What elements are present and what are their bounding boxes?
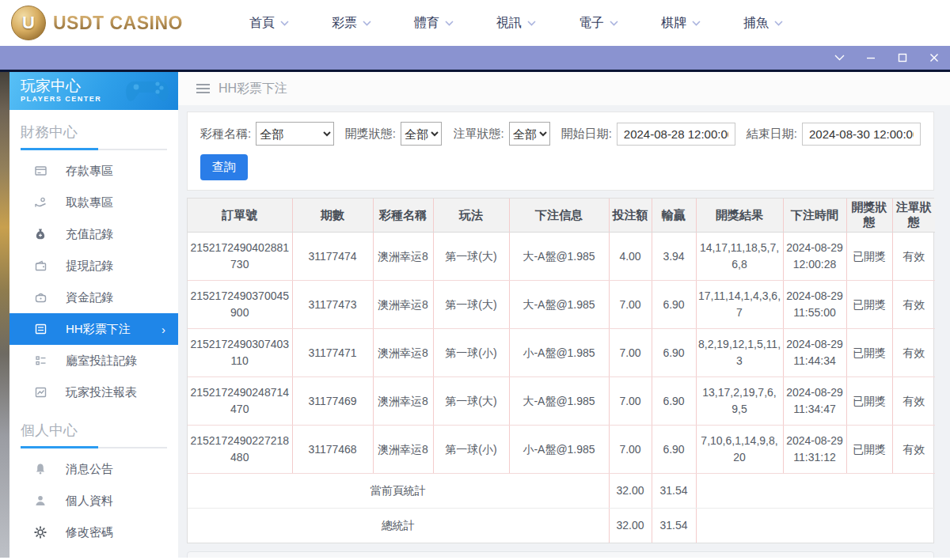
summary-row-current-page: 當前頁統計 32.00 31.54 <box>188 474 935 509</box>
window-maximize-button[interactable] <box>887 46 918 70</box>
sidebar-item-label: 存款專區 <box>66 164 113 179</box>
minimize-icon <box>866 53 876 62</box>
sidebar-item-label: 提現記錄 <box>66 259 113 274</box>
col-draw-result: 開獎結果 <box>696 199 783 233</box>
checklist-icon <box>33 354 48 367</box>
sidebar-item-change-password[interactable]: 修改密碼 <box>10 516 178 548</box>
cell-win-loss: 3.94 <box>652 233 696 281</box>
sidebar-header: 玩家中心 PLAYERS CENTER <box>10 72 178 110</box>
cell-win-loss: 6.90 <box>652 377 696 426</box>
nav-item-board-games[interactable]: 棋牌 <box>640 15 722 32</box>
sidebar-item-profile[interactable]: 個人資料 <box>10 485 178 516</box>
filter-panel: 彩種名稱: 全部 開獎狀態: 全部 注單狀態: 全部 開始日期: 結束日期: 查… <box>187 112 934 191</box>
table-row: 2152172490227218480 31177468 澳洲幸运8 第一球(小… <box>188 426 935 474</box>
site-header: U USDT CASINO 首頁 彩票 體育 視訊 電子 棋牌 捕魚 <box>0 0 950 46</box>
chevron-down-icon <box>774 21 783 26</box>
nav-item-label: 視訊 <box>496 15 522 32</box>
nav-item-slots[interactable]: 電子 <box>557 15 640 32</box>
sidebar: 玩家中心 PLAYERS CENTER 財務中心 存款專區 取款專區 <box>10 72 178 558</box>
nav-item-sports[interactable]: 體育 <box>393 15 475 32</box>
lottery-name-select[interactable]: 全部 <box>256 122 334 146</box>
sidebar-item-withdrawal-records[interactable]: 提現記錄 <box>10 250 178 282</box>
cell-play-type: 第一球(小) <box>433 329 509 377</box>
cell-order-status: 有效 <box>892 281 935 329</box>
cell-bet-info: 小-A盤@1.985 <box>509 329 609 377</box>
table-row: 2152172490402881730 31177474 澳洲幸运8 第一球(大… <box>188 233 935 281</box>
sidebar-item-label: 消息公告 <box>66 462 113 477</box>
sidebar-item-label: 取款專區 <box>66 195 113 210</box>
brand-logo[interactable]: U USDT CASINO <box>0 6 198 40</box>
cell-bet-amount: 7.00 <box>609 329 652 377</box>
summary-label: 當前頁統計 <box>188 474 609 509</box>
cell-lottery-name: 澳洲幸运8 <box>373 281 433 329</box>
cell-bet-info: 大-A盤@1.985 <box>509 281 609 329</box>
summary-win-total: 31.54 <box>652 474 696 509</box>
summary-row-grand-total: 總統計 32.00 31.54 <box>188 509 935 543</box>
cell-period: 31177474 <box>292 233 373 281</box>
nav-item-home[interactable]: 首頁 <box>228 15 310 32</box>
summary-empty <box>696 509 935 543</box>
window-dropdown-button[interactable] <box>823 46 855 70</box>
cell-order-status: 有效 <box>892 377 935 426</box>
chevron-down-icon <box>610 21 618 26</box>
window-close-button[interactable] <box>918 46 950 70</box>
draw-status-label: 開獎狀態: <box>345 127 396 142</box>
col-order-status: 注單狀態 <box>892 199 935 233</box>
cell-draw-status: 已開獎 <box>846 377 892 426</box>
hand-coin-icon <box>33 196 48 209</box>
sidebar-item-room-bet-records[interactable]: 廳室投註記錄 <box>10 345 178 376</box>
main-nav: 首頁 彩票 體育 視訊 電子 棋牌 捕魚 <box>228 15 804 32</box>
order-status-label: 注單狀態: <box>453 127 504 142</box>
cell-order-status: 有效 <box>892 329 935 377</box>
sidebar-item-funds-records[interactable]: 資金記錄 <box>10 282 178 313</box>
cell-play-type: 第一球(大) <box>433 233 509 281</box>
cell-order-id: 2152172490227218480 <box>188 426 292 474</box>
table-row: 2152172490248714470 31177469 澳洲幸运8 第一球(大… <box>188 377 935 426</box>
sidebar-item-hh-lottery-bets[interactable]: HH彩票下注 › <box>10 313 178 345</box>
sidebar-item-deposit[interactable]: 存款專區 <box>10 155 178 187</box>
draw-status-select[interactable]: 全部 <box>401 122 443 146</box>
section-divider <box>21 447 167 448</box>
cell-win-loss: 6.90 <box>652 426 696 474</box>
search-button[interactable]: 查詢 <box>200 154 248 180</box>
cell-draw-status: 已開獎 <box>846 281 892 329</box>
table-row: 2152172490307403110 31177471 澳洲幸运8 第一球(小… <box>188 329 935 377</box>
cell-bet-amount: 7.00 <box>609 426 652 474</box>
cell-draw-result: 14,17,11,18,5,7,6,8 <box>696 233 783 281</box>
cell-draw-status: 已開獎 <box>846 233 892 281</box>
hamburger-icon[interactable] <box>196 84 210 93</box>
sidebar-item-player-bet-report[interactable]: 玩家投注報表 <box>10 376 178 408</box>
chevron-down-icon <box>692 21 701 26</box>
background-photo-strip <box>0 72 10 558</box>
end-date-label: 結束日期: <box>747 127 797 142</box>
sidebar-item-label: 修改密碼 <box>66 525 113 540</box>
cell-bet-info: 大-A盤@1.985 <box>509 377 609 426</box>
cell-draw-result: 17,11,14,1,4,3,6,7 <box>696 281 783 329</box>
cell-period: 31177473 <box>292 281 373 329</box>
sidebar-item-recharge-records[interactable]: 充值記錄 <box>10 218 178 250</box>
bets-table-panel: 訂單號 期數 彩種名稱 玩法 下注信息 投注額 輸贏 開獎結果 下注時間 開獎狀… <box>187 198 934 543</box>
end-date-input[interactable] <box>802 123 921 146</box>
window-minimize-button[interactable] <box>855 46 887 70</box>
cell-bet-info: 小-A盤@1.985 <box>509 426 609 474</box>
cell-bet-time: 2024-08-29 12:00:28 <box>783 233 846 281</box>
cell-period: 31177471 <box>292 329 373 377</box>
nav-item-fishing[interactable]: 捕魚 <box>722 15 804 32</box>
cell-order-id: 2152172490370045900 <box>188 281 292 329</box>
app-frame: 玩家中心 PLAYERS CENTER 財務中心 存款專區 取款專區 <box>0 70 950 558</box>
deposit-card-icon <box>33 165 48 177</box>
nav-item-live-video[interactable]: 視訊 <box>475 15 557 32</box>
start-date-input[interactable] <box>617 123 735 146</box>
cell-play-type: 第一球(大) <box>433 377 509 426</box>
nav-item-label: 電子 <box>579 15 604 32</box>
maximize-icon <box>898 53 907 62</box>
nav-item-label: 棋牌 <box>661 15 686 32</box>
cell-draw-result: 8,2,19,12,1,5,11,3 <box>696 329 783 377</box>
col-draw-status: 開獎狀態 <box>846 199 892 233</box>
sidebar-item-announcements[interactable]: 消息公告 <box>10 453 178 485</box>
pagination-bar: 每頁顯示20條 共5条 首页 上一页 [1] 下一页 第 页 跳转 <box>187 551 934 558</box>
nav-item-lottery[interactable]: 彩票 <box>310 15 393 32</box>
sidebar-item-withdraw[interactable]: 取款專區 <box>10 187 178 218</box>
nav-item-label: 捕魚 <box>743 15 769 32</box>
order-status-select[interactable]: 全部 <box>509 122 550 146</box>
